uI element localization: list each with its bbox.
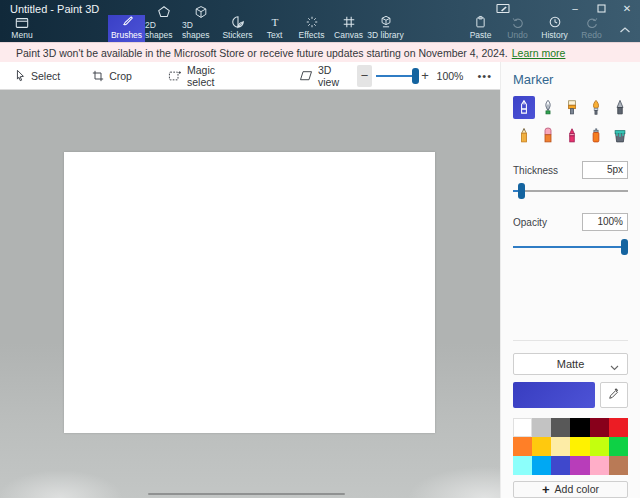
menu-label: Menu [11, 30, 32, 40]
palette-color-15[interactable] [570, 456, 589, 475]
palette-color-10[interactable] [590, 437, 609, 456]
add-color-button[interactable]: + Add color [513, 481, 628, 498]
tab-canvas[interactable]: Canvas [330, 15, 367, 42]
eyedropper-button[interactable] [600, 382, 628, 408]
zoom-in-button[interactable]: + [419, 65, 430, 87]
action-label: Redo [581, 30, 601, 40]
palette-color-8[interactable] [551, 437, 570, 456]
3d-view-icon [299, 70, 313, 81]
opacity-slider[interactable] [513, 239, 628, 253]
horizontal-scrollbar[interactable] [148, 493, 345, 495]
brush-watercolor[interactable] [561, 96, 583, 119]
brush-grid [513, 96, 628, 147]
palette-color-11[interactable] [609, 437, 628, 456]
magic-select-label: Magic select [187, 64, 215, 88]
brush-marker[interactable] [513, 96, 535, 119]
zoom-slider[interactable] [376, 65, 415, 87]
tab-stickers[interactable]: Stickers [219, 15, 256, 42]
ribbon-spacer [404, 15, 462, 42]
palette-color-13[interactable] [532, 456, 551, 475]
sticker-icon [231, 15, 245, 29]
drawing-canvas[interactable] [64, 152, 435, 433]
more-options-button[interactable]: ••• [469, 70, 500, 82]
brush-oil[interactable] [585, 96, 607, 119]
opacity-slider-thumb[interactable] [621, 239, 628, 255]
brush-pencil[interactable] [513, 124, 535, 147]
current-color-swatch[interactable] [513, 382, 595, 408]
brush-pixel-pen[interactable] [609, 96, 631, 119]
history-icon [548, 15, 562, 29]
opacity-slider-fill [513, 246, 628, 248]
calligraphy-pen-icon [539, 98, 557, 117]
thickness-input[interactable]: 5px [582, 161, 628, 179]
thickness-slider-thumb[interactable] [518, 183, 525, 199]
material-dropdown[interactable]: Matte [513, 353, 628, 375]
maximize-button[interactable] [588, 0, 614, 16]
menu-button[interactable]: Menu [0, 15, 44, 42]
3d-view-label: 3D view [318, 64, 339, 88]
main-area: Select Crop [0, 62, 640, 498]
fill-bucket-icon [611, 126, 629, 145]
palette-color-4[interactable] [590, 418, 609, 437]
tab-label: Canvas [334, 30, 363, 40]
tab-label: Text [267, 30, 283, 40]
crop-button[interactable]: Crop [82, 62, 142, 89]
select-button[interactable]: Select [0, 62, 70, 89]
palette-color-6[interactable] [513, 437, 532, 456]
magic-select-button[interactable]: Magic select [158, 62, 225, 89]
collapse-ribbon-button[interactable] [610, 15, 640, 42]
panel-title: Marker [513, 72, 628, 87]
brush-eraser[interactable] [537, 124, 559, 147]
tab-2d-shapes[interactable]: 2D shapes [145, 15, 182, 42]
tab-brushes[interactable]: Brushes [108, 15, 145, 42]
paste-button[interactable]: Paste [462, 15, 499, 42]
tab-3d-shapes[interactable]: 3D shapes [182, 15, 219, 42]
marker-icon [515, 98, 533, 117]
3d-view-button[interactable]: 3D view [289, 62, 349, 89]
grid-icon [342, 15, 356, 29]
palette-color-0[interactable] [513, 418, 532, 437]
tab-3d-library[interactable]: 3D library [367, 15, 404, 42]
thickness-row: Thickness 5px [513, 161, 628, 179]
tab-text[interactable]: T Text [256, 15, 293, 42]
thickness-slider[interactable] [513, 183, 628, 197]
palette-color-5[interactable] [609, 418, 628, 437]
palette-color-16[interactable] [590, 456, 609, 475]
zoom-slider-thumb[interactable] [412, 68, 419, 84]
palette-color-1[interactable] [532, 418, 551, 437]
palette-color-17[interactable] [609, 456, 628, 475]
window-title: Untitled - Paint 3D [10, 3, 99, 15]
zoom-out-button[interactable]: − [357, 65, 372, 87]
history-button[interactable]: History [536, 15, 573, 42]
palette-color-7[interactable] [532, 437, 551, 456]
cursor-icon [14, 69, 26, 82]
notification-text: Paint 3D won't be available in the Micro… [16, 47, 508, 59]
palette-color-14[interactable] [551, 456, 570, 475]
pen-window-icon[interactable] [490, 0, 516, 16]
minimize-button[interactable]: – [562, 0, 588, 16]
tab-label: Brushes [111, 30, 142, 40]
tab-label: 3D shapes [182, 20, 219, 40]
palette-color-3[interactable] [570, 418, 589, 437]
paste-icon [474, 15, 487, 29]
brush-calligraphy-pen[interactable] [537, 96, 559, 119]
menu-icon [15, 17, 29, 29]
palette-color-12[interactable] [513, 456, 532, 475]
zoom-level[interactable]: 100% [437, 70, 464, 82]
redo-button[interactable]: Redo [573, 15, 610, 42]
learn-more-link[interactable]: Learn more [512, 47, 566, 59]
brush-fill-bucket[interactable] [609, 124, 631, 147]
svg-text:T: T [271, 16, 278, 28]
pixel-pen-icon [611, 98, 629, 117]
opacity-input[interactable]: 100% [582, 213, 628, 231]
close-button[interactable]: ✕ [614, 0, 640, 16]
tab-effects[interactable]: Effects [293, 15, 330, 42]
undo-button[interactable]: Undo [499, 15, 536, 42]
brush-crayon[interactable] [561, 124, 583, 147]
chevron-down-icon [610, 361, 619, 373]
undo-icon [511, 15, 525, 29]
palette-color-9[interactable] [570, 437, 589, 456]
palette-color-2[interactable] [551, 418, 570, 437]
brush-spray-can[interactable] [585, 124, 607, 147]
brushes-panel: Marker [500, 62, 640, 498]
